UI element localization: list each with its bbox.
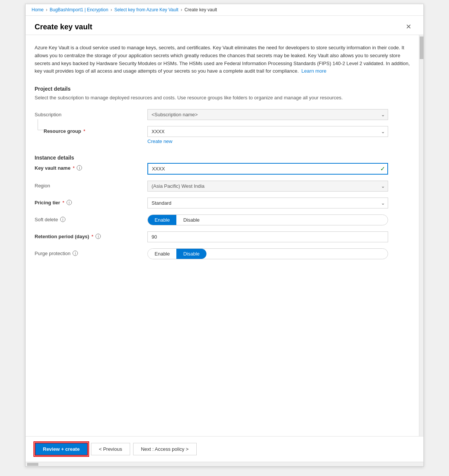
key-vault-name-required: * <box>73 165 74 171</box>
create-key-vault-window: Home › BugBashImport1 | Encryption › Sel… <box>25 4 424 467</box>
resource-group-required: * <box>83 128 85 134</box>
review-create-button[interactable]: Review + create <box>35 443 88 456</box>
retention-required: * <box>91 234 93 239</box>
key-vault-name-row: Key vault name * i ✓ <box>35 163 410 175</box>
breadcrumb: Home › BugBashImport1 | Encryption › Sel… <box>26 4 423 16</box>
breadcrumb-sep-2: › <box>111 7 112 12</box>
pricing-tier-required: * <box>62 200 64 205</box>
pricing-tier-control: Standard ⌄ <box>147 198 388 208</box>
pricing-tier-select-wrapper: Standard ⌄ <box>147 198 388 208</box>
pricing-tier-select[interactable]: Standard <box>147 198 388 208</box>
key-vault-name-input[interactable] <box>147 163 388 175</box>
subscription-control: <Subscription name> ⌄ <box>147 109 388 120</box>
resource-group-row: Resource group * XXXX ⌄ Create new <box>35 126 410 144</box>
project-details-desc: Select the subscription to manage deploy… <box>35 94 410 102</box>
footer: Review + create < Previous Next : Access… <box>26 436 423 462</box>
region-select[interactable]: (Asia Pacific) West India <box>147 181 388 192</box>
key-vault-name-input-wrapper: ✓ <box>147 163 388 175</box>
instance-details-section: Instance details Key vault name * i ✓ <box>35 155 410 259</box>
create-new-link[interactable]: Create new <box>147 138 172 144</box>
key-vault-name-label: Key vault name <box>35 165 70 171</box>
purge-protection-info-icon[interactable]: i <box>73 251 78 256</box>
breadcrumb-encryption[interactable]: BugBashImport1 | Encryption <box>50 7 108 12</box>
soft-delete-control: Enable Disable <box>147 214 388 225</box>
region-row: Region (Asia Pacific) West India ⌄ <box>35 181 410 192</box>
retention-period-row: Retention period (days) * i <box>35 231 410 242</box>
retention-period-control <box>147 231 388 242</box>
retention-info-icon[interactable]: i <box>96 234 101 239</box>
close-button[interactable]: ✕ <box>403 22 414 32</box>
breadcrumb-sep-1: › <box>46 7 47 12</box>
project-details-title: Project details <box>35 86 410 92</box>
region-control: (Asia Pacific) West India ⌄ <box>147 181 388 192</box>
main-content: Azure Key Vault is a cloud service used … <box>26 35 419 436</box>
retention-period-input[interactable] <box>147 231 388 242</box>
pricing-tier-row: Pricing tier * i Standard ⌄ <box>35 198 410 208</box>
purge-enable-button[interactable]: Enable <box>148 249 176 259</box>
purge-protection-label-container: Purge protection i <box>35 248 147 256</box>
pricing-tier-info-icon[interactable]: i <box>67 200 72 205</box>
key-vault-name-label-container: Key vault name * i <box>35 163 147 171</box>
soft-delete-enable-button[interactable]: Enable <box>148 215 176 225</box>
page-header: Create key vault ✕ <box>26 16 423 35</box>
breadcrumb-home[interactable]: Home <box>32 7 44 12</box>
purge-protection-toggle: Enable Disable <box>147 248 388 259</box>
purge-protection-control: Enable Disable <box>147 248 388 259</box>
indent-line-h <box>38 130 44 130</box>
retention-period-label: Retention period (days) <box>35 234 89 239</box>
soft-delete-toggle: Enable Disable <box>147 214 388 225</box>
pricing-tier-label: Pricing tier <box>35 200 60 205</box>
subscription-select-wrapper: <Subscription name> ⌄ <box>147 109 388 120</box>
subscription-label: Subscription <box>35 112 147 117</box>
subscription-select[interactable]: <Subscription name> <box>147 109 388 120</box>
project-details-section: Project details Select the subscription … <box>35 86 410 144</box>
region-label-container: Region <box>35 181 147 189</box>
scrollbar-thumb[interactable] <box>420 36 423 59</box>
pricing-tier-label-container: Pricing tier * i <box>35 198 147 205</box>
horizontal-scrollbar[interactable] <box>26 462 423 466</box>
key-vault-name-control: ✓ <box>147 163 388 175</box>
purge-protection-row: Purge protection i Enable Disable <box>35 248 410 259</box>
page-title: Create key vault <box>35 23 92 31</box>
breadcrumb-current: Create key vault <box>184 7 217 12</box>
resource-group-label-container: Resource group * <box>35 126 147 134</box>
retention-period-label-container: Retention period (days) * i <box>35 231 147 239</box>
resource-group-label: Resource group <box>44 128 81 134</box>
soft-delete-label: Soft delete <box>35 217 58 222</box>
resource-group-select[interactable]: XXXX <box>147 126 388 137</box>
key-vault-name-info-icon[interactable]: i <box>77 165 82 170</box>
breadcrumb-select-key[interactable]: Select key from Azure Key Vault <box>114 7 179 12</box>
vertical-scrollbar[interactable] <box>419 35 423 436</box>
key-vault-name-check-icon: ✓ <box>380 165 385 172</box>
purge-protection-label: Purge protection <box>35 251 70 256</box>
soft-delete-row: Soft delete i Enable Disable <box>35 214 410 225</box>
soft-delete-info-icon[interactable]: i <box>60 217 65 222</box>
resource-group-control: XXXX ⌄ Create new <box>147 126 388 144</box>
previous-button[interactable]: < Previous <box>91 443 130 455</box>
breadcrumb-sep-3: › <box>181 7 182 12</box>
scrollable-area: Azure Key Vault is a cloud service used … <box>26 35 423 436</box>
indent-line-v <box>38 119 38 130</box>
horizontal-scrollbar-thumb[interactable] <box>27 463 38 466</box>
learn-more-link[interactable]: Learn more <box>302 68 326 74</box>
resource-group-select-wrapper: XXXX ⌄ <box>147 126 388 137</box>
soft-delete-label-container: Soft delete i <box>35 214 147 222</box>
region-select-wrapper: (Asia Pacific) West India ⌄ <box>147 181 388 192</box>
next-access-policy-button[interactable]: Next : Access policy > <box>133 443 197 455</box>
subscription-row: Subscription <Subscription name> ⌄ <box>35 109 410 120</box>
description-text: Azure Key Vault is a cloud service used … <box>35 44 410 75</box>
purge-disable-button[interactable]: Disable <box>176 249 206 259</box>
soft-delete-disable-button[interactable]: Disable <box>176 215 206 225</box>
region-label: Region <box>35 183 50 189</box>
instance-details-title: Instance details <box>35 155 410 161</box>
